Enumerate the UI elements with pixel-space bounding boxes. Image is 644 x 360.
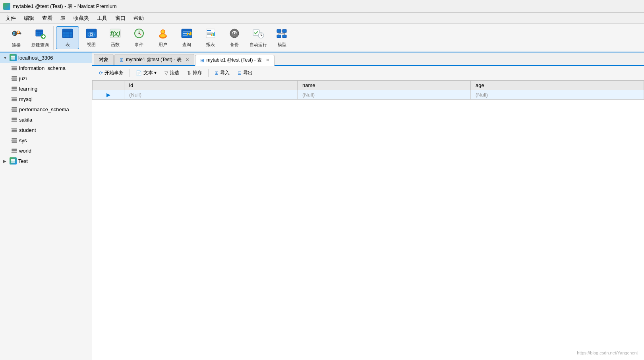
toolbar-query-btn[interactable]: 查询 (175, 26, 198, 49)
separator-1 (130, 69, 130, 77)
svg-rect-61 (277, 35, 281, 38)
autorun-label: 自动运行 (249, 42, 267, 48)
sidebar-label-learning: learning (19, 86, 37, 92)
sidebar-item-sys[interactable]: sys (0, 135, 92, 145)
expand-arrow-localhost: ▼ (3, 56, 8, 60)
svg-rect-41 (183, 35, 188, 36)
menu-favorites[interactable]: 收藏夹 (70, 14, 93, 23)
svg-point-37 (160, 34, 166, 37)
toolbar-model-btn[interactable]: 模型 (271, 26, 294, 49)
db-icon-information-schema (11, 65, 17, 71)
toolbar-autorun-btn[interactable]: 自动运行 (247, 26, 270, 49)
row-arrow: ▶ (93, 90, 124, 100)
svg-rect-53 (214, 32, 215, 36)
app-icon (3, 3, 10, 10)
btn-sort-label: 排序 (193, 70, 202, 76)
toolbar-report-btn[interactable]: 报表 (199, 26, 222, 49)
tab-table-2[interactable]: ⊞ mytable1 @test (Test) - 表 ✕ (195, 55, 275, 66)
sidebar-item-student[interactable]: student (0, 125, 92, 135)
user-label: 用户 (159, 42, 167, 48)
sidebar-item-world[interactable]: world (0, 145, 92, 156)
sidebar-item-juzi[interactable]: juzi (0, 73, 92, 83)
btn-start-transaction[interactable]: ⟳ 开始事务 (95, 68, 127, 79)
report-icon (205, 28, 217, 40)
th-age[interactable]: age (471, 81, 644, 90)
sidebar-item-sakila[interactable]: sakila (0, 114, 92, 125)
toolbar-function-btn[interactable]: f(x) 函数 (104, 26, 127, 49)
db-icon-learning (11, 85, 17, 92)
toolbar-new-query-btn[interactable]: 新建查询 (29, 26, 52, 49)
btn-text[interactable]: 📄 文本 ▾ (132, 68, 160, 79)
tab-object[interactable]: 对象 (94, 54, 114, 65)
user-icon (157, 28, 169, 40)
toolbar-connect-btn[interactable]: 连接 (5, 26, 28, 49)
menu-view[interactable]: 查看 (38, 14, 56, 23)
toolbar-backup-btn[interactable]: 备份 (223, 26, 246, 49)
svg-rect-44 (189, 33, 190, 35)
btn-sort[interactable]: ⇅ 排序 (184, 68, 206, 79)
th-name[interactable]: name (298, 81, 471, 90)
sidebar-label-mysql: mysql (19, 96, 33, 102)
transaction-icon: ⟳ (99, 70, 103, 76)
sidebar-item-mysql[interactable]: mysql (0, 94, 92, 104)
sidebar-label-test: Test (18, 158, 28, 164)
toolbar-view-btn[interactable]: 视图 (80, 26, 103, 49)
cell-name[interactable]: (Null) (298, 90, 471, 100)
svg-rect-42 (183, 31, 191, 32)
menu-edit[interactable]: 编辑 (20, 14, 38, 23)
window-title: mytable1 @test (Test) - 表 - Navicat Prem… (13, 3, 117, 10)
svg-point-4 (13, 33, 15, 35)
sidebar-label-information-schema: information_schema (19, 65, 66, 71)
function-label: 函数 (111, 42, 120, 48)
sidebar-item-performance-schema[interactable]: performance_schema (0, 104, 92, 114)
sidebar-label-juzi: juzi (19, 75, 27, 81)
connect-icon (11, 28, 22, 41)
th-row-indicator (93, 81, 124, 90)
menu-window[interactable]: 窗口 (111, 14, 130, 23)
svg-rect-60 (282, 29, 286, 33)
sidebar-item-localhost[interactable]: ▼ localhost_3306 (0, 52, 92, 63)
export-icon: ⊟ (238, 70, 242, 76)
svg-text:f(x): f(x) (110, 30, 120, 37)
menu-bar: 文件 编辑 查看 表 收藏夹 工具 窗口 帮助 (0, 13, 644, 24)
btn-filter[interactable]: ▽ 筛选 (161, 68, 183, 79)
watermark: https://blog.csdn.net/Yangchenj (577, 350, 638, 355)
table-body: ▶ (Null) (Null) (Null) (93, 90, 644, 100)
toolbar-event-btn[interactable]: 事件 (128, 26, 151, 49)
cell-age[interactable]: (Null) (471, 90, 644, 100)
db-icon-sys (11, 137, 17, 143)
text-icon: 📄 (136, 70, 142, 76)
expand-arrow-test: ▶ (3, 159, 8, 163)
cell-id[interactable]: (Null) (124, 90, 298, 100)
svg-rect-24 (86, 29, 97, 32)
db-icon-performance-schema (11, 106, 17, 112)
sidebar-item-learning[interactable]: learning (0, 83, 92, 94)
svg-rect-62 (282, 35, 286, 38)
menu-tools[interactable]: 工具 (93, 14, 111, 23)
th-id[interactable]: id (124, 81, 298, 90)
tab-close-1[interactable]: ✕ (186, 57, 189, 62)
sidebar-item-information-schema[interactable]: information_schema (0, 63, 92, 73)
svg-point-26 (91, 34, 92, 35)
import-icon: ⊞ (215, 70, 219, 76)
btn-import[interactable]: ⊞ 导入 (211, 68, 233, 79)
tab-table-1[interactable]: ⊞ mytable1 @test (Test) - 表 ✕ (114, 54, 194, 65)
tab-close-2[interactable]: ✕ (266, 58, 269, 63)
menu-file[interactable]: 文件 (2, 14, 20, 23)
svg-rect-69 (11, 159, 15, 161)
menu-help[interactable]: 帮助 (130, 14, 148, 23)
toolbar-table-btn[interactable]: 表 (56, 26, 79, 49)
btn-import-label: 导入 (220, 70, 230, 76)
table-icon (62, 28, 73, 40)
sidebar-item-test[interactable]: ▶ Test (0, 156, 92, 166)
svg-rect-43 (187, 33, 188, 35)
btn-export[interactable]: ⊟ 导出 (234, 68, 256, 79)
toolbar-user-btn[interactable]: 用户 (151, 26, 174, 49)
menu-table[interactable]: 表 (56, 14, 70, 23)
svg-rect-9 (36, 30, 43, 32)
svg-rect-18 (62, 29, 73, 32)
query-label: 查询 (182, 42, 191, 48)
main-layout: ▼ localhost_3306 information_schema juzi (0, 52, 644, 360)
table-row[interactable]: ▶ (Null) (Null) (Null) (93, 90, 644, 100)
db-icon-student (11, 127, 17, 133)
